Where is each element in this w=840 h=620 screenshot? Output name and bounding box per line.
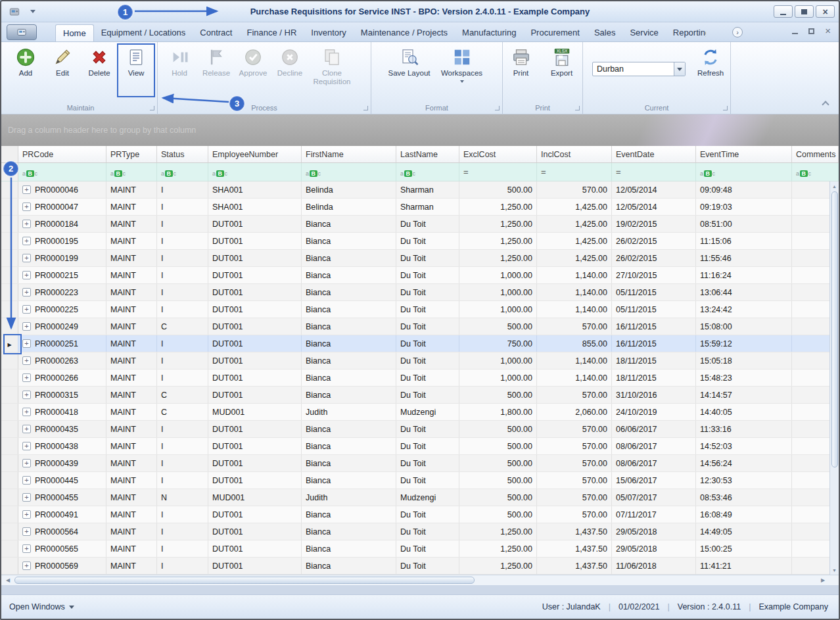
expand-icon[interactable]: + <box>22 476 31 485</box>
scroll-down-icon[interactable] <box>832 565 837 575</box>
dialog-launcher-icon[interactable] <box>495 106 500 110</box>
scroll-left-icon[interactable] <box>3 577 13 583</box>
tab-finance-hr[interactable]: Finance / HR <box>239 24 304 41</box>
mdi-close-icon[interactable] <box>825 25 831 37</box>
expand-icon[interactable]: + <box>22 288 31 297</box>
expand-icon[interactable]: + <box>22 391 31 399</box>
column-header-inclcost[interactable]: InclCost <box>537 146 612 162</box>
combo-dropdown-button[interactable] <box>674 62 685 76</box>
horizontal-scrollbar[interactable] <box>1 575 839 585</box>
table-row[interactable]: +PR0000184MAINTIDUT001BiancaDu Toit1,250… <box>1 216 839 233</box>
expand-icon[interactable]: + <box>22 425 31 433</box>
minimize-button[interactable] <box>774 5 793 18</box>
table-row[interactable]: +PR0000225MAINTIDUT001BiancaDu Toit1,000… <box>1 301 839 318</box>
expand-icon[interactable]: + <box>22 254 31 262</box>
table-row[interactable]: +PR0000047MAINTISHA001BelindaSharman1,25… <box>1 199 839 216</box>
clone-requisition-button[interactable]: Clone Requisition <box>309 45 355 87</box>
table-row[interactable]: +PR0000569MAINTIDUT001BiancaDu Toit1,250… <box>1 558 839 575</box>
tab-home[interactable]: Home <box>55 24 94 41</box>
filter-cell-lastname[interactable]: aBc <box>396 163 459 181</box>
filter-cell-prtype[interactable]: aBc <box>106 163 157 181</box>
filter-cell-firstname[interactable]: aBc <box>302 163 396 181</box>
table-row[interactable]: +PR0000491MAINTIDUT001BiancaDu Toit500.0… <box>1 506 839 523</box>
table-row[interactable]: +PR0000266MAINTIDUT001BiancaDu Toit1,000… <box>1 370 839 387</box>
dialog-launcher-icon[interactable] <box>575 106 580 110</box>
table-row[interactable]: +PR0000263MAINTIDUT001BiancaDu Toit1,000… <box>1 352 839 370</box>
table-row[interactable]: +PR0000195MAINTIDUT001BiancaDu Toit1,250… <box>1 233 839 250</box>
site-combobox[interactable]: Durban <box>592 62 686 76</box>
filter-cell-inclcost[interactable]: = <box>537 163 612 181</box>
hold-button[interactable]: Hold <box>162 45 197 79</box>
mdi-restore-icon[interactable] <box>808 28 814 34</box>
tab-maintenance-projects[interactable]: Maintenance / Projects <box>354 24 455 41</box>
tab-inventory[interactable]: Inventory <box>304 24 353 41</box>
close-button[interactable] <box>816 5 835 18</box>
expand-icon[interactable]: + <box>22 322 31 331</box>
save-layout-button[interactable]: Save Layout <box>388 45 431 79</box>
table-row[interactable]: +PR0000445MAINTIDUT001BiancaDu Toit500.0… <box>1 472 839 489</box>
expand-icon[interactable]: + <box>22 561 31 570</box>
table-row[interactable]: +PR0000046MAINTISHA001BelindaSharman500.… <box>1 181 839 199</box>
column-header-status[interactable]: Status <box>157 146 208 162</box>
column-header-comments[interactable]: Comments <box>792 146 839 162</box>
filter-cell-prcode[interactable]: aBc <box>18 163 106 181</box>
table-row[interactable]: +PR0000438MAINTIDUT001BiancaDu Toit500.0… <box>1 438 839 455</box>
vertical-scroll-thumb[interactable] <box>831 191 838 467</box>
refresh-button[interactable]: Refresh <box>692 45 729 79</box>
expand-icon[interactable]: + <box>22 459 31 467</box>
dialog-launcher-icon[interactable] <box>363 106 368 110</box>
column-header-firstname[interactable]: FirstName <box>302 146 396 162</box>
column-header-employeenumber[interactable]: EmployeeNumber <box>208 146 302 162</box>
decline-button[interactable]: Decline <box>272 45 308 79</box>
scroll-up-icon[interactable] <box>832 181 837 191</box>
expand-icon[interactable]: + <box>22 510 31 519</box>
expand-icon[interactable]: + <box>22 544 31 553</box>
tab-service[interactable]: Service <box>622 24 665 41</box>
expand-icon[interactable]: + <box>22 220 31 228</box>
mdi-minimize-icon[interactable] <box>792 33 798 34</box>
filter-cell-eventtime[interactable]: aBc <box>696 163 792 181</box>
column-header-prtype[interactable]: PRType <box>106 146 157 162</box>
filter-cell-exclcost[interactable]: = <box>459 163 537 181</box>
filter-cell-comments[interactable]: aBc <box>792 163 839 181</box>
tab-sales[interactable]: Sales <box>587 24 623 41</box>
edit-button[interactable]: Edit <box>45 45 80 79</box>
filter-cell-eventdate[interactable]: = <box>612 163 696 181</box>
tab-reporting[interactable]: Reporting <box>666 24 706 41</box>
expand-icon[interactable]: + <box>22 305 31 314</box>
dialog-launcher-icon[interactable] <box>723 106 728 110</box>
expand-icon[interactable]: + <box>22 442 31 450</box>
expand-icon[interactable]: + <box>22 185 31 194</box>
table-row[interactable]: +PR0000223MAINTIDUT001BiancaDu Toit1,000… <box>1 284 839 301</box>
release-button[interactable]: Release <box>198 45 234 79</box>
expand-icon[interactable]: + <box>22 493 31 502</box>
table-row[interactable]: +PR0000435MAINTIDUT001BiancaDu Toit500.0… <box>1 421 839 438</box>
dialog-launcher-icon[interactable] <box>150 106 154 110</box>
print-button[interactable]: Print <box>506 45 536 79</box>
approve-button[interactable]: Approve <box>235 45 271 79</box>
tab-procurement[interactable]: Procurement <box>523 24 586 41</box>
open-windows-button[interactable]: Open Windows <box>9 602 74 611</box>
quick-access-dropdown-icon[interactable] <box>30 10 35 13</box>
table-row[interactable]: +PR0000215MAINTIDUT001BiancaDu Toit1,000… <box>1 267 839 284</box>
expand-icon[interactable]: + <box>22 271 31 279</box>
application-button[interactable] <box>7 24 37 40</box>
table-row[interactable]: +PR0000418MAINTCMUD001JudithMudzengi1,80… <box>1 404 839 421</box>
column-header-eventtime[interactable]: EventTime <box>696 146 792 162</box>
column-header-lastname[interactable]: LastName <box>396 146 459 162</box>
groupby-panel[interactable]: Drag a column header here to group by th… <box>1 114 839 146</box>
vertical-scrollbar[interactable] <box>829 181 839 575</box>
expand-icon[interactable]: + <box>22 203 31 211</box>
tab-manufacturing[interactable]: Manufacturing <box>455 24 523 41</box>
table-row[interactable]: +PR0000564MAINTIDUT001BiancaDu Toit1,250… <box>1 523 839 540</box>
expand-icon[interactable]: + <box>22 373 31 382</box>
column-header-exclcost[interactable]: ExclCost <box>459 146 537 162</box>
expand-icon[interactable]: + <box>22 339 31 348</box>
view-button[interactable]: View <box>118 45 154 79</box>
table-row[interactable]: +PR0000565MAINTIDUT001BiancaDu Toit1,250… <box>1 540 839 558</box>
tab-scroll-button[interactable] <box>732 27 743 37</box>
expand-icon[interactable]: + <box>22 237 31 245</box>
expand-icon[interactable]: + <box>22 527 31 536</box>
horizontal-scroll-thumb[interactable] <box>14 577 475 584</box>
column-header-eventdate[interactable]: EventDate <box>612 146 696 162</box>
